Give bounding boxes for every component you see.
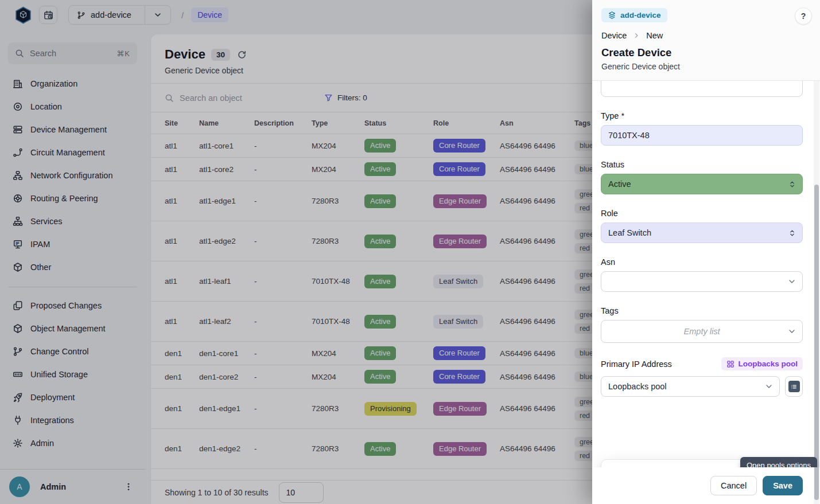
tags-placeholder: Empty list — [684, 327, 720, 336]
role-label: Role — [601, 209, 803, 218]
grid-icon — [726, 360, 734, 368]
chevron-down-icon — [788, 278, 796, 286]
panel-breadcrumb: Device New — [601, 31, 811, 40]
role-select[interactable]: Leaf Switch — [601, 222, 803, 243]
type-label: Type * — [601, 111, 803, 120]
type-input[interactable]: 7010TX-48 — [601, 125, 803, 146]
panel-branch-badge: add-device — [601, 8, 667, 22]
breadcrumb-current: New — [646, 31, 663, 40]
layers-icon — [608, 11, 616, 19]
primary-ip-select[interactable]: Loopbacks pool — [601, 376, 780, 397]
cancel-button[interactable]: Cancel — [710, 476, 757, 495]
help-button[interactable]: ? — [795, 7, 812, 25]
tags-select[interactable]: Empty list — [601, 320, 803, 343]
chevron-down-icon — [765, 382, 773, 390]
open-pools-options-button[interactable] — [785, 376, 803, 397]
panel-header: add-device ? Device New Create Device Ge… — [592, 0, 820, 81]
breadcrumb-parent[interactable]: Device — [601, 31, 627, 40]
chevron-down-icon — [788, 327, 796, 335]
save-button[interactable]: Save — [763, 476, 803, 495]
chevron-updown-icon — [788, 229, 796, 237]
tooltip: Open pools options — [740, 457, 817, 467]
asn-label: Asn — [601, 257, 803, 267]
status-select[interactable]: Active — [601, 174, 803, 194]
pool-badge[interactable]: Loopbacks pool — [721, 357, 803, 370]
chevron-right-icon — [633, 32, 640, 39]
status-label: Status — [601, 160, 803, 169]
chevron-updown-icon — [788, 181, 796, 188]
create-device-panel: add-device ? Device New Create Device Ge… — [592, 0, 820, 504]
list-box-icon — [788, 381, 800, 392]
panel-scrollbar-track[interactable] — [814, 81, 819, 504]
primary-ip-label: Primary IP Address — [601, 360, 672, 369]
panel-subtitle: Generic Device object — [601, 62, 811, 71]
tags-label: Tags — [601, 306, 803, 315]
panel-form: Type * 7010TX-48 Status Active Role Leaf… — [592, 81, 820, 467]
panel-footer: Cancel Save — [592, 467, 820, 504]
asn-select[interactable] — [601, 271, 803, 292]
panel-scrollbar-thumb[interactable] — [814, 185, 819, 500]
panel-title: Create Device — [601, 46, 811, 59]
name-field-partial[interactable] — [601, 81, 803, 97]
